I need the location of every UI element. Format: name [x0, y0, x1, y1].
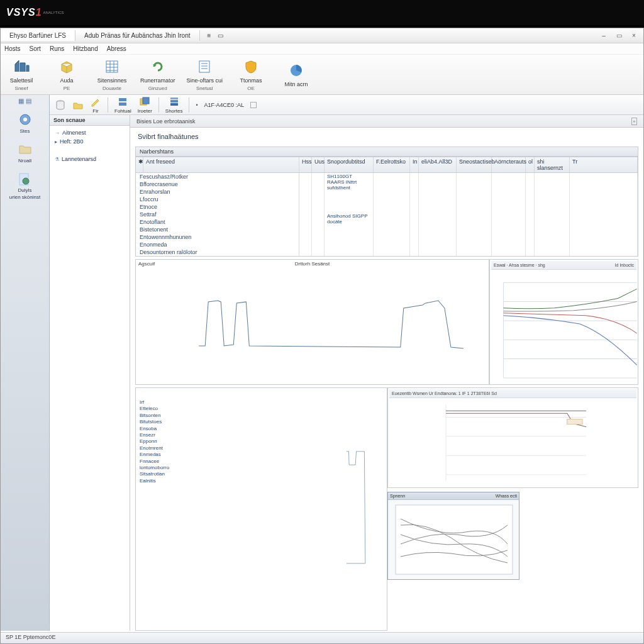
- workspace: ▦ ▤ Stes Nroall DulyIs urien sköninst Fi…: [1, 95, 643, 631]
- chart1-left-label: Agscuif: [138, 261, 155, 267]
- shield-icon: [242, 58, 260, 75]
- prop-row[interactable]: Bistetonent: [136, 226, 299, 233]
- properties-section-header: Narbershtans: [135, 147, 638, 157]
- menu-hosts[interactable]: Hosts: [4, 45, 21, 52]
- ribbon-salettesil[interactable]: SalettesilSneef: [4, 58, 38, 91]
- ribbon-sitensinnes[interactable]: SitensinnesDouaxte: [95, 58, 129, 91]
- prop-value: sufdsthent: [327, 185, 370, 191]
- os-topbar: VSYS1 ANALYTICS: [0, 0, 644, 25]
- chart1-title: Drttorh Sesänst: [295, 261, 330, 267]
- box-icon: [58, 58, 75, 75]
- tree-node-0[interactable]: →Aitnenest: [55, 128, 125, 137]
- tool-fohtual[interactable]: Fohtual: [114, 96, 131, 114]
- cylinder-icon: [55, 99, 66, 111]
- doc-tab-button[interactable]: ▫: [631, 118, 637, 125]
- tool-cylinder[interactable]: [55, 99, 66, 111]
- prop-row[interactable]: Enrahorslan: [136, 188, 299, 196]
- menu-runs[interactable]: Runs: [50, 45, 64, 52]
- prop-row[interactable]: Entowennmhununen: [136, 233, 299, 241]
- ribbon-ttonmas[interactable]: TtonmasOE: [234, 58, 268, 91]
- tool-edit[interactable]: Fir: [90, 96, 101, 114]
- property-names: Fescushasz/Rotker Bfforecrasenue Enrahor…: [136, 173, 299, 256]
- tree-panel: Son scnaue →Aitnenest ▸Heft: 2B0 ⚗Lannet…: [50, 115, 130, 631]
- tree-node-1[interactable]: ▸Heft: 2B0: [55, 137, 125, 146]
- chart-left-2[interactable]: IrfEttelecoBitsontenBitutstoesEnsobaEnse…: [135, 387, 387, 631]
- rail-item-stes[interactable]: Stes: [18, 112, 33, 134]
- prop-row[interactable]: Enonmeda: [136, 241, 299, 248]
- chart-row-1: Agscuif Drttorh Sesänst Eswal · Ahsa ste…: [135, 259, 638, 385]
- gear-icon: [18, 112, 33, 127]
- chart-row-2: IrfEttelecoBitsontenBitutstoesEnsobaEnse…: [135, 387, 638, 631]
- chart4-title: Eoezentib Wsmen Ur Endtanona: 1 IF 1 2T3…: [389, 389, 636, 398]
- svg-rect-21: [170, 97, 178, 99]
- tree-header: Son scnaue: [50, 115, 130, 126]
- document-title: Svibrt finalhaätunes: [130, 128, 643, 145]
- prop-row[interactable]: Fescushasz/Rotker: [136, 173, 299, 180]
- prop-row[interactable]: Enotoflant: [136, 218, 299, 226]
- rail-item-nroall[interactable]: Nroall: [18, 142, 33, 164]
- chart-left-1[interactable]: Agscuif Drttorh Sesänst: [135, 259, 489, 385]
- prop-row[interactable]: Settraf: [136, 211, 299, 218]
- chart-right-2[interactable]: Eoezentib Wsmen Ur Endtanona: 1 IF 1 2T3…: [387, 387, 638, 488]
- menu-abress[interactable]: Abress: [107, 45, 126, 52]
- secondary-toolbar: Fir Fohtual Iroeter Shortes • A1F·A4CE0 …: [50, 95, 643, 115]
- chart-right-1[interactable]: Eswal · Ahsa stesme · shgId Inboctc: [489, 259, 638, 385]
- grid-icon: [103, 58, 121, 75]
- svg-rect-17: [119, 103, 126, 106]
- ribbon-runerramator[interactable]: RunerramatorGinzued: [140, 58, 175, 91]
- window-tab-2[interactable]: Adub Pränas für Aubänchas Jhin Iront: [75, 30, 199, 41]
- piechart-icon: [287, 62, 305, 79]
- prop-row[interactable]: Desountornen ralölotor: [136, 248, 299, 256]
- prop-value: SH1100GT RAARS INttrt: [327, 174, 370, 185]
- thumbnail-plot: [388, 500, 520, 579]
- folder-open-icon: [72, 99, 84, 111]
- document-tab[interactable]: Bisies Loe erbrotaanisk▫: [130, 115, 643, 128]
- prop-row[interactable]: Bfforecrasenue: [136, 180, 299, 188]
- close-button[interactable]: ×: [630, 31, 638, 40]
- svg-rect-19: [143, 97, 149, 104]
- thumbnail-preview[interactable]: SpnennWhass ecti: [387, 492, 519, 580]
- tab-restore-icon[interactable]: ▭: [216, 31, 225, 40]
- refresh-icon: [149, 58, 167, 75]
- chart4-plot: [388, 398, 638, 487]
- window-tab-1[interactable]: Ehyso Barfüner LFS: [1, 30, 75, 41]
- main-document: Bisies Loe erbrotaanisk▫ Svibrt finalhaä…: [130, 115, 643, 631]
- menu-hitzband[interactable]: Hitzband: [73, 45, 97, 52]
- chart2-legend: Eswal · Ahsa stesme · shgId Inboctc: [491, 261, 636, 270]
- chart3-plot: [136, 398, 387, 630]
- stack-icon: [139, 96, 150, 108]
- menu-bar: Hosts Sort Runs Hitzband Abress: [1, 43, 643, 55]
- maximize-button[interactable]: ▭: [614, 31, 623, 40]
- ribbon-auda[interactable]: AudaPE: [50, 58, 84, 91]
- svg-rect-16: [119, 98, 126, 101]
- minimize-button[interactable]: –: [599, 31, 608, 40]
- properties-grid: ✱ Ant freseed Hss Uus Snopordubtitsd F.E…: [135, 157, 638, 257]
- svg-rect-6: [199, 61, 209, 72]
- prop-value: Ansihonod SIGPP docáte: [327, 213, 370, 225]
- svg-rect-35: [567, 419, 582, 424]
- building-icon: [13, 58, 30, 75]
- inner-area: Fir Fohtual Iroeter Shortes • A1F·A4CE0 …: [50, 95, 643, 631]
- svg-point-12: [23, 118, 27, 121]
- rail-item-dulyis[interactable]: DulyIs urien sköninst: [9, 171, 40, 200]
- tree-node-2[interactable]: ⚗Lannetenarsd: [55, 155, 125, 164]
- menu-sort[interactable]: Sort: [30, 45, 41, 52]
- tool-shortes[interactable]: Shortes: [165, 96, 183, 114]
- ribbon-sineoftars[interactable]: Sine-oftars cuiSnetusl: [187, 58, 223, 91]
- tool-folder[interactable]: [72, 99, 84, 111]
- toolbar-dropdown-label: •: [196, 102, 197, 108]
- toolbar-dropdown[interactable]: A1F·A4CE0 :AL: [204, 102, 245, 108]
- folder-icon: [18, 142, 33, 157]
- svg-point-14: [23, 178, 29, 184]
- tab-dropdown-icon[interactable]: ≡: [205, 31, 214, 40]
- tool-iroeter[interactable]: Iroeter: [138, 96, 152, 114]
- toolbar-checkbox[interactable]: [250, 102, 257, 108]
- ribbon: SalettesilSneef AudaPE SitensinnesDouaxt…: [1, 55, 643, 95]
- rail-toggle-icons[interactable]: ▦ ▤: [18, 97, 31, 104]
- prop-row[interactable]: Lfoccru: [136, 196, 299, 203]
- prop-row[interactable]: Etnoce: [136, 203, 299, 211]
- ribbon-mitnacrn[interactable]: Mitn acrn: [279, 62, 313, 87]
- logo-text: VSYS1: [6, 7, 42, 18]
- document-icon: [196, 58, 213, 75]
- server-icon: [117, 96, 128, 108]
